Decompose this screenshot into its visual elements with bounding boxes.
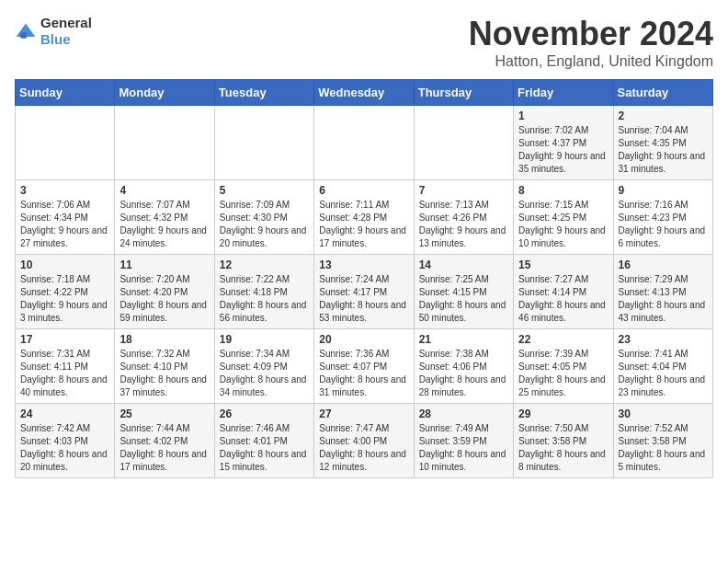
calendar-cell: 23Sunrise: 7:41 AM Sunset: 4:04 PM Dayli… [613, 329, 712, 404]
day-info: Sunrise: 7:13 AM Sunset: 4:26 PM Dayligh… [419, 199, 508, 250]
calendar-week-2: 3Sunrise: 7:06 AM Sunset: 4:34 PM Daylig… [16, 180, 713, 255]
calendar-cell: 12Sunrise: 7:22 AM Sunset: 4:18 PM Dayli… [214, 255, 313, 329]
day-info: Sunrise: 7:31 AM Sunset: 4:11 PM Dayligh… [20, 348, 109, 399]
day-number: 24 [20, 408, 109, 420]
day-number: 7 [419, 184, 508, 197]
day-info: Sunrise: 7:24 AM Sunset: 4:17 PM Dayligh… [319, 273, 408, 325]
calendar-cell [115, 106, 214, 180]
calendar-table: SundayMondayTuesdayWednesdayThursdayFrid… [15, 79, 713, 478]
calendar-cell: 28Sunrise: 7:49 AM Sunset: 3:59 PM Dayli… [414, 404, 513, 478]
calendar-cell: 7Sunrise: 7:13 AM Sunset: 4:26 PM Daylig… [414, 180, 513, 255]
day-info: Sunrise: 7:42 AM Sunset: 4:03 PM Dayligh… [20, 422, 109, 474]
month-title: November 2024 [469, 15, 713, 53]
calendar-week-5: 24Sunrise: 7:42 AM Sunset: 4:03 PM Dayli… [16, 404, 713, 478]
day-number: 3 [20, 184, 109, 197]
calendar-cell: 18Sunrise: 7:32 AM Sunset: 4:10 PM Dayli… [115, 329, 214, 404]
calendar-cell: 26Sunrise: 7:46 AM Sunset: 4:01 PM Dayli… [214, 404, 313, 478]
logo: General Blue [15, 15, 92, 48]
calendar-cell: 14Sunrise: 7:25 AM Sunset: 4:15 PM Dayli… [414, 255, 513, 329]
day-number: 10 [20, 259, 109, 271]
day-number: 28 [419, 408, 508, 420]
day-info: Sunrise: 7:32 AM Sunset: 4:10 PM Dayligh… [119, 348, 209, 399]
calendar-cell: 27Sunrise: 7:47 AM Sunset: 4:00 PM Dayli… [314, 404, 414, 478]
calendar-cell: 5Sunrise: 7:09 AM Sunset: 4:30 PM Daylig… [214, 180, 313, 255]
day-number: 18 [119, 333, 209, 346]
day-info: Sunrise: 7:46 AM Sunset: 4:01 PM Dayligh… [220, 422, 309, 474]
day-info: Sunrise: 7:18 AM Sunset: 4:22 PM Dayligh… [20, 273, 109, 325]
calendar-cell: 6Sunrise: 7:11 AM Sunset: 4:28 PM Daylig… [314, 180, 414, 255]
day-number: 15 [518, 259, 608, 271]
calendar-cell: 11Sunrise: 7:20 AM Sunset: 4:20 PM Dayli… [115, 255, 214, 329]
day-info: Sunrise: 7:15 AM Sunset: 4:25 PM Dayligh… [518, 199, 608, 250]
calendar-cell: 30Sunrise: 7:52 AM Sunset: 3:58 PM Dayli… [613, 404, 712, 478]
calendar-cell: 29Sunrise: 7:50 AM Sunset: 3:58 PM Dayli… [514, 404, 613, 478]
day-info: Sunrise: 7:02 AM Sunset: 4:37 PM Dayligh… [518, 124, 608, 176]
day-info: Sunrise: 7:49 AM Sunset: 3:59 PM Dayligh… [419, 422, 508, 474]
day-number: 14 [419, 259, 508, 271]
calendar-cell [314, 106, 414, 180]
day-number: 11 [119, 259, 209, 271]
calendar-cell: 10Sunrise: 7:18 AM Sunset: 4:22 PM Dayli… [16, 255, 115, 329]
day-info: Sunrise: 7:04 AM Sunset: 4:35 PM Dayligh… [619, 124, 708, 176]
day-info: Sunrise: 7:11 AM Sunset: 4:28 PM Dayligh… [319, 199, 408, 250]
day-header-saturday: Saturday [613, 80, 712, 106]
calendar-cell: 25Sunrise: 7:44 AM Sunset: 4:02 PM Dayli… [115, 404, 214, 478]
calendar-cell: 4Sunrise: 7:07 AM Sunset: 4:32 PM Daylig… [115, 180, 214, 255]
calendar-cell: 8Sunrise: 7:15 AM Sunset: 4:25 PM Daylig… [514, 180, 613, 255]
day-header-monday: Monday [115, 80, 214, 106]
day-info: Sunrise: 7:50 AM Sunset: 3:58 PM Dayligh… [518, 422, 608, 474]
day-info: Sunrise: 7:22 AM Sunset: 4:18 PM Dayligh… [220, 273, 309, 325]
day-number: 25 [119, 408, 209, 420]
calendar-cell [414, 106, 513, 180]
day-number: 19 [220, 333, 309, 346]
day-number: 22 [518, 333, 608, 346]
title-area: November 2024 Hatton, England, United Ki… [469, 15, 713, 70]
day-header-tuesday: Tuesday [214, 80, 313, 106]
calendar-cell [214, 106, 313, 180]
logo-general: General [40, 15, 92, 30]
day-info: Sunrise: 7:44 AM Sunset: 4:02 PM Dayligh… [119, 422, 209, 474]
day-info: Sunrise: 7:25 AM Sunset: 4:15 PM Dayligh… [419, 273, 508, 325]
location-title: Hatton, England, United Kingdom [469, 53, 713, 70]
calendar-cell: 17Sunrise: 7:31 AM Sunset: 4:11 PM Dayli… [16, 329, 115, 404]
day-number: 2 [619, 109, 708, 122]
calendar-cell: 15Sunrise: 7:27 AM Sunset: 4:14 PM Dayli… [514, 255, 613, 329]
day-number: 9 [619, 184, 708, 197]
calendar-cell: 9Sunrise: 7:16 AM Sunset: 4:23 PM Daylig… [613, 180, 712, 255]
calendar-week-4: 17Sunrise: 7:31 AM Sunset: 4:11 PM Dayli… [16, 329, 713, 404]
calendar-header-row: SundayMondayTuesdayWednesdayThursdayFrid… [16, 80, 713, 106]
calendar-cell: 22Sunrise: 7:39 AM Sunset: 4:05 PM Dayli… [514, 329, 613, 404]
calendar-week-1: 1Sunrise: 7:02 AM Sunset: 4:37 PM Daylig… [16, 106, 713, 180]
day-info: Sunrise: 7:09 AM Sunset: 4:30 PM Dayligh… [220, 199, 309, 250]
day-header-friday: Friday [514, 80, 613, 106]
calendar-cell: 24Sunrise: 7:42 AM Sunset: 4:03 PM Dayli… [16, 404, 115, 478]
day-info: Sunrise: 7:38 AM Sunset: 4:06 PM Dayligh… [419, 348, 508, 399]
day-number: 5 [220, 184, 309, 197]
svg-rect-1 [20, 32, 26, 38]
day-number: 13 [319, 259, 408, 271]
day-info: Sunrise: 7:47 AM Sunset: 4:00 PM Dayligh… [319, 422, 408, 474]
day-number: 23 [619, 333, 708, 346]
day-info: Sunrise: 7:29 AM Sunset: 4:13 PM Dayligh… [619, 273, 708, 325]
day-header-wednesday: Wednesday [314, 80, 414, 106]
calendar-cell: 21Sunrise: 7:38 AM Sunset: 4:06 PM Dayli… [414, 329, 513, 404]
calendar-cell: 3Sunrise: 7:06 AM Sunset: 4:34 PM Daylig… [16, 180, 115, 255]
header: General Blue November 2024 Hatton, Engla… [15, 15, 713, 70]
day-number: 21 [419, 333, 508, 346]
day-info: Sunrise: 7:52 AM Sunset: 3:58 PM Dayligh… [619, 422, 708, 474]
day-info: Sunrise: 7:06 AM Sunset: 4:34 PM Dayligh… [20, 199, 109, 250]
day-number: 17 [20, 333, 109, 346]
day-header-thursday: Thursday [414, 80, 513, 106]
day-number: 12 [220, 259, 309, 271]
logo-icon [15, 22, 37, 40]
day-number: 26 [220, 408, 309, 420]
calendar-cell: 13Sunrise: 7:24 AM Sunset: 4:17 PM Dayli… [314, 255, 414, 329]
day-info: Sunrise: 7:34 AM Sunset: 4:09 PM Dayligh… [220, 348, 309, 399]
day-number: 30 [619, 408, 708, 420]
day-info: Sunrise: 7:41 AM Sunset: 4:04 PM Dayligh… [619, 348, 708, 399]
calendar-body: 1Sunrise: 7:02 AM Sunset: 4:37 PM Daylig… [16, 106, 713, 478]
day-number: 20 [319, 333, 408, 346]
calendar-cell: 16Sunrise: 7:29 AM Sunset: 4:13 PM Dayli… [613, 255, 712, 329]
calendar-cell: 2Sunrise: 7:04 AM Sunset: 4:35 PM Daylig… [613, 106, 712, 180]
day-number: 4 [119, 184, 209, 197]
